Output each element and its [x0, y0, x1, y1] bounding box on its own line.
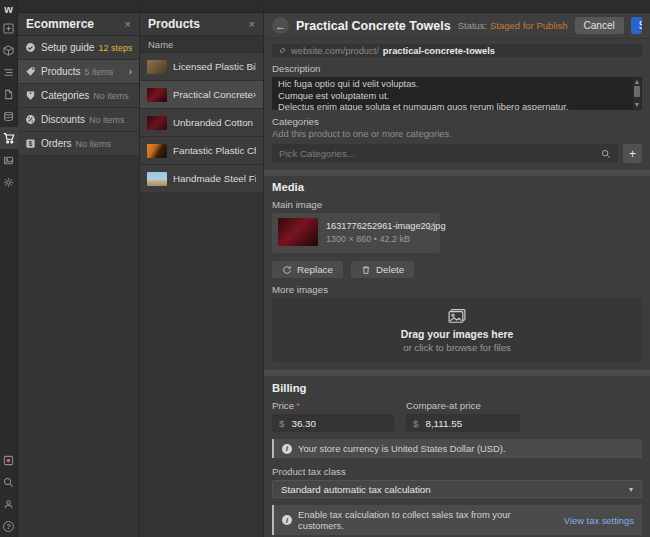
products-panel-header: Products ×: [140, 13, 263, 36]
price-value: 36.30: [291, 418, 316, 429]
ecommerce-panel-header: Ecommerce ×: [18, 13, 139, 36]
info-icon: i: [282, 444, 292, 454]
price-label: Price*: [272, 400, 394, 411]
image-actions: Replace Delete: [272, 261, 642, 278]
sidebar-item-discounts[interactable]: Discounts No items: [18, 108, 139, 132]
help-icon[interactable]: ?: [0, 515, 18, 537]
product-thumbnail: [147, 60, 167, 74]
pages-icon[interactable]: [0, 83, 18, 105]
ecommerce-panel-title: Ecommerce: [26, 17, 94, 31]
discount-percent-icon: [25, 114, 36, 125]
scroll-up-arrow[interactable]: [635, 80, 639, 84]
close-icon[interactable]: ×: [125, 18, 131, 30]
products-panel-title: Products: [148, 17, 200, 31]
navigator-icon[interactable]: [0, 61, 18, 83]
description-textarea[interactable]: Hic fuga optio qui id velit voluptas. Cu…: [272, 77, 642, 110]
main-image-thumbnail: [278, 218, 318, 246]
save-button[interactable]: Save ▾: [631, 17, 642, 34]
status-badge: Staged for Publish: [490, 20, 568, 31]
symbols-cube-icon[interactable]: [0, 39, 18, 61]
tax-info-banner: i Enable tax calculation to collect sale…: [272, 505, 642, 535]
app-window: w: [0, 0, 650, 537]
assets-icon[interactable]: [0, 149, 18, 171]
page-title: Practical Concrete Towels: [296, 19, 451, 33]
section-general: website.com/product/practical-concrete-t…: [264, 39, 650, 170]
categories-input[interactable]: Pick Categories...: [272, 144, 618, 163]
chevron-right-icon: ›: [253, 89, 256, 100]
slug-input[interactable]: website.com/product/practical-concrete-t…: [272, 44, 642, 57]
sidebar-item-categories[interactable]: Categories No items: [18, 84, 139, 108]
link-icon: [278, 46, 287, 55]
add-category-button[interactable]: +: [623, 144, 642, 163]
sidebar-item-products[interactable]: Products 5 items ›: [18, 60, 139, 84]
sidebar-item-label: Setup guide: [41, 42, 94, 53]
video-tutorials-icon[interactable]: [0, 449, 18, 471]
product-row[interactable]: Fantastic Plastic Chair: [140, 137, 263, 165]
categories-help: Add this product to one or more categori…: [272, 128, 642, 139]
scrollbar-thumb[interactable]: [634, 86, 640, 97]
delete-label: Delete: [376, 264, 404, 275]
add-elements-icon[interactable]: [0, 17, 18, 39]
community-icon[interactable]: [0, 493, 18, 515]
product-row[interactable]: Licensed Plastic Bike: [140, 53, 263, 81]
help-glyph: ?: [6, 522, 11, 531]
editor-header: ← Practical Concrete Towels Status: Stag…: [264, 13, 650, 39]
top-strip: [264, 0, 650, 13]
cancel-button[interactable]: Cancel: [575, 17, 624, 34]
compare-price-value: 8,111.55: [425, 418, 462, 429]
item-count: No items: [93, 91, 129, 101]
sidebar-item-label: Products: [41, 66, 80, 77]
tag-icon: [25, 66, 36, 77]
back-button[interactable]: ←: [272, 17, 289, 34]
product-row-selected[interactable]: Practical Concrete To... ›: [140, 81, 263, 109]
textarea-scrollbar[interactable]: [633, 78, 641, 109]
price-input[interactable]: $ 36.30: [272, 414, 394, 432]
scroll-down-arrow[interactable]: [635, 103, 639, 107]
slug-prefix: website.com/product/: [291, 46, 379, 56]
product-name: Handmade Steel Fish: [173, 173, 256, 184]
sidebar-item-orders[interactable]: $ Orders No items: [18, 132, 139, 156]
item-count: No items: [76, 139, 112, 149]
category-tag-icon: [25, 90, 36, 101]
status-label: Status:: [458, 20, 488, 31]
tax-class-select[interactable]: Standard automatic tax calculation ▾: [272, 480, 642, 498]
dollar-glyph: $: [29, 140, 33, 148]
delete-image-button[interactable]: Delete: [351, 261, 414, 278]
sidebar-item-label: Discounts: [41, 114, 85, 125]
description-wrap: Hic fuga optio qui id velit voluptas. Cu…: [272, 77, 642, 110]
main-image-card[interactable]: 1631776252961-image20.jpg 1300 × 860 • 4…: [272, 213, 440, 253]
replace-image-button[interactable]: Replace: [272, 261, 343, 278]
open-image-external-icon[interactable]: [427, 217, 435, 235]
currency-prefix: $: [413, 418, 418, 429]
view-tax-settings-link[interactable]: View tax settings: [564, 515, 634, 526]
status-text: Status: Staged for Publish: [458, 20, 568, 31]
save-button-label[interactable]: Save: [631, 17, 642, 34]
product-row[interactable]: Unbranded Cotton Car: [140, 109, 263, 137]
item-count: No items: [89, 115, 125, 125]
panel-filler: [140, 193, 263, 537]
check-circle-icon: [25, 42, 36, 53]
search-icon[interactable]: [0, 471, 18, 493]
description-label: Description: [272, 63, 642, 74]
required-asterisk: *: [296, 400, 300, 411]
sidebar-item-setup-guide[interactable]: Setup guide 12 steps left: [18, 36, 139, 60]
product-name: Practical Concrete To...: [173, 89, 253, 100]
product-name: Fantastic Plastic Chair: [173, 145, 256, 156]
categories-row: Pick Categories... +: [272, 144, 642, 170]
webflow-logo: w: [0, 0, 17, 17]
compare-price-input[interactable]: $ 8,111.55: [406, 414, 520, 432]
close-icon[interactable]: ×: [249, 18, 255, 30]
product-name: Licensed Plastic Bike: [173, 61, 256, 72]
trash-icon: [361, 265, 371, 275]
compare-price-label: Compare-at price: [406, 400, 520, 411]
ecommerce-cart-icon[interactable]: [0, 127, 18, 149]
replace-label: Replace: [297, 264, 333, 275]
settings-gear-icon[interactable]: [0, 171, 18, 193]
ecommerce-panel: Ecommerce × Setup guide 12 steps left Pr…: [18, 0, 140, 537]
top-strip: [18, 0, 139, 13]
tax-note: Enable tax calculation to collect sales …: [298, 509, 558, 531]
image-dropzone[interactable]: Drag your images here or click to browse…: [272, 298, 642, 362]
cms-database-icon[interactable]: [0, 105, 18, 127]
tax-class-value: Standard automatic tax calculation: [281, 484, 431, 495]
product-row[interactable]: Handmade Steel Fish: [140, 165, 263, 193]
